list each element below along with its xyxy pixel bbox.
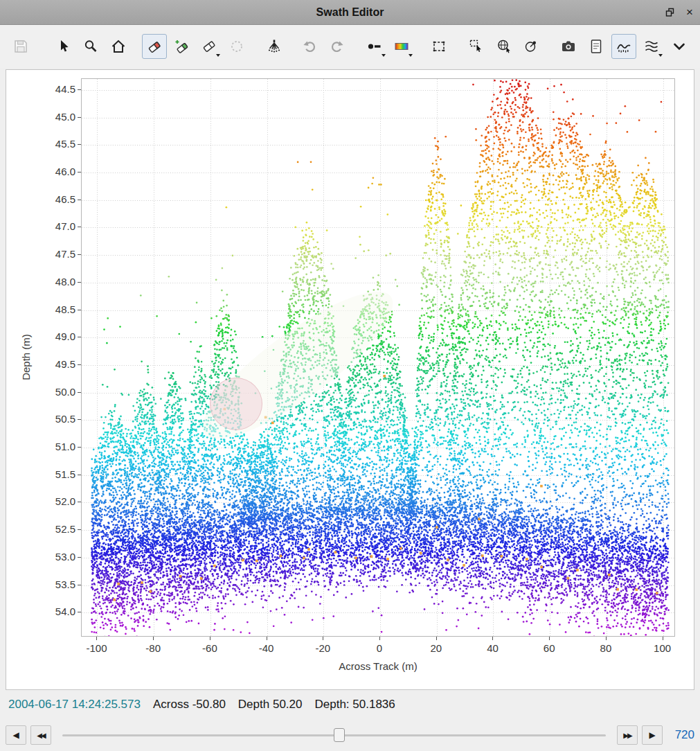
status-across: Across -50.80 [153,698,226,712]
swath-profile-icon [616,38,632,55]
plot-area[interactable] [81,78,675,637]
eraser-accept-icon [173,38,190,55]
y-tick-mark [78,475,81,475]
status-line: 2004-06-17 14:24:25.573 Across -50.80 De… [0,690,700,719]
x-tick-label: 0 [362,642,397,654]
next-icon: ▶ [649,730,655,740]
fast-prev-button[interactable]: ◀◀ [30,725,51,745]
x-tick-label: 20 [419,642,454,654]
x-tick-label: -60 [192,642,227,654]
document-icon [588,38,604,55]
y-tick-label: 45.5 [37,138,75,150]
y-tick-label: 48.5 [37,303,75,315]
y-axis-title: Depth (m) [20,327,32,388]
y-tick-label: 51.5 [37,468,75,480]
y-tick-label: 49.0 [37,330,75,342]
fast-next-button[interactable]: ▶▶ [617,725,638,745]
more-tools-button[interactable] [667,34,692,59]
dropdown-arrow-icon [216,54,220,57]
ping-count: 720 [671,728,694,742]
x-tick-mark [153,637,154,640]
cursor-select-icon [468,38,485,55]
toolbar-right-group [582,34,693,59]
color-map-button[interactable] [390,34,415,59]
y-tick-label: 52.0 [37,495,75,507]
erase-accept-button[interactable] [170,34,195,59]
info-panel-button[interactable] [584,34,609,59]
swath-display-button[interactable] [611,34,636,59]
y-tick-mark [78,612,81,612]
toolbar [0,25,700,68]
erase-reject-button[interactable] [142,34,167,59]
undo-icon [301,38,318,55]
multi-swath-button[interactable] [639,34,664,59]
y-tick-mark [78,117,81,118]
eraser-reject-icon [146,38,163,55]
point-size-button[interactable] [362,34,387,59]
x-tick-mark [379,637,380,640]
home-icon [110,38,127,55]
y-tick-mark [78,200,81,200]
zoom-button[interactable] [78,34,103,59]
x-tick-mark [267,637,267,640]
x-tick-label: -80 [136,642,170,654]
x-tick-label: 40 [475,642,510,654]
y-tick-mark [78,89,81,90]
circle-brush-button[interactable] [224,34,249,59]
x-tick-mark [323,637,323,640]
y-tick-mark [78,310,81,310]
float-window-icon [665,7,675,17]
x-tick-label: -20 [305,642,340,654]
swath-canvas[interactable] [82,79,675,637]
close-button[interactable]: × [685,5,694,19]
undo-button[interactable] [297,34,322,59]
cursor-select-button[interactable] [464,34,489,59]
rectangle-select-button[interactable] [427,34,451,59]
x-axis-title: Across Track (m) [81,660,675,672]
y-tick-mark [78,364,81,365]
snapshot-button[interactable] [556,34,581,59]
spray-filter-button[interactable] [262,34,287,59]
y-tick-label: 51.0 [37,441,75,452]
angle-select-icon [523,38,539,55]
x-tick-label: -100 [79,642,114,654]
select-cursor-button[interactable] [51,34,76,59]
x-tick-mark [606,637,607,640]
float-window-button[interactable] [663,6,676,19]
home-view-button[interactable] [106,34,131,59]
rectangle-select-icon [431,38,447,55]
dropdown-arrow-icon [658,54,663,57]
globe-select-icon [496,38,512,55]
y-tick-label: 50.5 [37,413,75,425]
titlebar[interactable]: Swath Editor × [0,0,700,25]
y-tick-mark [78,172,81,173]
prev-ping-button[interactable]: ◀ [6,725,26,745]
y-tick-label: 44.5 [37,83,75,95]
ping-slider[interactable] [62,725,606,745]
y-tick-mark [78,337,81,337]
y-tick-label: 46.0 [37,166,75,177]
x-tick-mark [549,637,550,640]
swath-editor-window: Swath Editor × [0,0,700,751]
point-size-icon [366,38,383,55]
dropdown-arrow-icon [409,54,413,57]
stacked-swaths-icon [643,38,660,55]
y-tick-label: 50.0 [37,386,75,398]
save-button[interactable] [8,34,33,59]
next-ping-button[interactable]: ▶ [642,725,663,745]
x-tick-label: 80 [589,642,623,654]
redo-button[interactable] [325,34,350,59]
erase-tool-button[interactable] [197,34,222,59]
window-title: Swath Editor [316,6,384,19]
status-timestamp: 2004-06-17 14:24:25.573 [8,698,141,712]
y-tick-label: 53.0 [37,551,75,563]
angle-select-button[interactable] [519,34,544,59]
sphere-select-button[interactable] [492,34,517,59]
y-tick-label: 46.5 [37,193,75,205]
magnifier-icon [82,38,99,55]
colormap-icon [393,38,410,55]
y-tick-mark [78,254,81,255]
spray-icon [266,38,282,55]
ping-slider-handle[interactable] [334,728,345,742]
close-icon: × [686,6,693,18]
